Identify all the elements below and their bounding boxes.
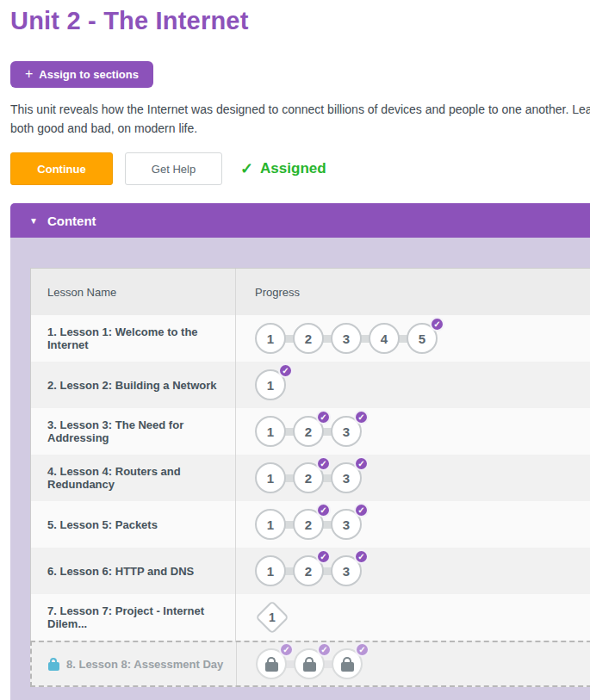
check-icon: ✓ bbox=[317, 642, 332, 657]
get-help-button[interactable]: Get Help bbox=[125, 152, 222, 185]
lesson-row: 5. Lesson 5: Packets12✓3✓ bbox=[31, 501, 590, 548]
lock-icon bbox=[341, 657, 354, 672]
progress-cell: 12✓3✓ bbox=[236, 501, 590, 548]
lesson-name-cell[interactable]: 2. Lesson 2: Building a Network bbox=[31, 362, 236, 408]
progress-cell: 12✓3✓ bbox=[236, 455, 590, 501]
lock-icon bbox=[303, 657, 316, 672]
progress-bubble: 3✓ bbox=[331, 416, 362, 447]
lesson-name-label: 4. Lesson 4: Routers and Redundancy bbox=[47, 465, 228, 491]
check-icon: ✓ bbox=[316, 503, 331, 517]
assign-button-label: Assign to sections bbox=[39, 68, 139, 81]
content-section: ▼ Content Lesson Name Progress 1. Lesson… bbox=[10, 203, 590, 700]
level-number: 3 bbox=[343, 331, 350, 346]
level-bubble[interactable]: 1 bbox=[255, 323, 286, 354]
assigned-label: Assigned bbox=[260, 160, 326, 177]
check-icon: ✓ bbox=[278, 363, 293, 378]
content-section-header[interactable]: ▼ Content bbox=[10, 203, 590, 238]
check-icon: ✓ bbox=[316, 549, 331, 564]
level-number: 1 bbox=[267, 378, 274, 393]
progress-bubble: ✓ bbox=[256, 648, 287, 679]
level-bubble[interactable]: 1 bbox=[255, 509, 286, 540]
lock-icon bbox=[48, 658, 59, 671]
progress-bubble: ✓ bbox=[294, 648, 325, 679]
lock-icon bbox=[265, 657, 278, 672]
progress-bubbles: 12✓3✓ bbox=[255, 509, 362, 540]
check-icon: ✓ bbox=[354, 503, 369, 517]
unit-page: Unit 2 - The Internet + Assign to sectio… bbox=[0, 0, 590, 700]
assign-to-sections-button[interactable]: + Assign to sections bbox=[10, 61, 153, 88]
description-line-2: both good and bad, on modern life. bbox=[10, 120, 590, 139]
lesson-name-cell[interactable]: 3. Lesson 3: The Need for Addressing bbox=[31, 408, 236, 455]
action-row: Continue Get Help ✓ Assigned bbox=[10, 152, 590, 185]
lesson-name-cell[interactable]: 7. Lesson 7: Project - Internet Dilem... bbox=[31, 594, 236, 641]
progress-bubbles: 12✓3✓ bbox=[255, 462, 362, 493]
progress-bubble: 2✓ bbox=[293, 416, 324, 447]
lesson-name-label: 6. Lesson 6: HTTP and DNS bbox=[47, 565, 194, 578]
progress-bubbles: 1✓ bbox=[255, 369, 286, 400]
level-bubble[interactable]: 1 bbox=[255, 555, 286, 586]
table-header-row: Lesson Name Progress bbox=[31, 269, 590, 315]
progress-bubble: 1 bbox=[255, 323, 286, 354]
content-header-label: Content bbox=[47, 214, 96, 228]
level-number: 3 bbox=[343, 564, 350, 579]
progress-bubble: 1 bbox=[255, 600, 289, 635]
level-number: 1 bbox=[267, 424, 274, 439]
check-icon: ✓ bbox=[354, 549, 369, 564]
lesson-row: 2. Lesson 2: Building a Network1✓ bbox=[31, 362, 590, 408]
lesson-name-cell[interactable]: 6. Lesson 6: HTTP and DNS bbox=[31, 548, 236, 594]
progress-bubble: 1 bbox=[255, 416, 286, 447]
level-bubble[interactable]: 3 bbox=[331, 323, 362, 354]
assigned-status: ✓ Assigned bbox=[240, 159, 326, 178]
unit-description: This unit reveals how the Internet was d… bbox=[10, 101, 590, 138]
check-icon: ✓ bbox=[354, 410, 369, 424]
check-icon: ✓ bbox=[430, 317, 444, 331]
lesson-name-label: 8. Lesson 8: Assessment Day bbox=[66, 658, 223, 671]
progress-cell: 12✓3✓ bbox=[236, 408, 590, 455]
lesson-name-cell[interactable]: 8. Lesson 8: Assessment Day bbox=[32, 642, 237, 685]
level-bubble[interactable]: 1 bbox=[255, 416, 286, 447]
level-number: 2 bbox=[305, 471, 312, 486]
level-number: 5 bbox=[419, 331, 425, 346]
progress-cell: 12✓3✓ bbox=[236, 548, 590, 594]
level-number: 2 bbox=[305, 564, 312, 579]
progress-bubble: 3✓ bbox=[331, 462, 362, 493]
lesson-table: Lesson Name Progress 1. Lesson 1: Welcom… bbox=[30, 268, 590, 687]
level-number: 3 bbox=[343, 471, 350, 486]
caret-down-icon: ▼ bbox=[29, 216, 38, 226]
progress-cell: 12345✓ bbox=[236, 315, 590, 362]
level-number: 1 bbox=[267, 517, 274, 532]
progress-bubble: 3✓ bbox=[331, 509, 362, 540]
progress-cell: ✓✓✓ bbox=[237, 642, 590, 685]
check-icon: ✓ bbox=[279, 642, 294, 657]
content-body: Lesson Name Progress 1. Lesson 1: Welcom… bbox=[10, 238, 590, 700]
progress-bubble: 3✓ bbox=[331, 555, 362, 586]
progress-bubble: ✓ bbox=[332, 648, 363, 679]
level-number: 1 bbox=[269, 610, 276, 624]
column-header-progress: Progress bbox=[236, 269, 590, 315]
lesson-name-label: 2. Lesson 2: Building a Network bbox=[47, 379, 216, 392]
progress-bubble: 1 bbox=[255, 555, 286, 586]
level-diamond[interactable]: 1 bbox=[255, 601, 289, 635]
level-number: 1 bbox=[267, 331, 274, 346]
lesson-name-cell[interactable]: 4. Lesson 4: Routers and Redundancy bbox=[31, 455, 236, 501]
plus-icon: + bbox=[25, 66, 33, 82]
progress-bubble: 1✓ bbox=[255, 369, 286, 400]
level-bubble[interactable]: 1 bbox=[255, 462, 286, 493]
lesson-name-label: 7. Lesson 7: Project - Internet Dilem... bbox=[47, 604, 228, 630]
lesson-row: 8. Lesson 8: Assessment Day✓✓✓ bbox=[30, 641, 590, 687]
level-bubble[interactable]: 4 bbox=[369, 323, 400, 354]
level-number: 1 bbox=[267, 564, 274, 579]
level-number: 2 bbox=[305, 517, 312, 532]
continue-button[interactable]: Continue bbox=[10, 152, 113, 185]
progress-bubble: 1 bbox=[255, 462, 286, 493]
lesson-name-label: 3. Lesson 3: The Need for Addressing bbox=[47, 418, 228, 444]
level-number: 1 bbox=[267, 471, 274, 486]
lesson-name-cell[interactable]: 1. Lesson 1: Welcome to the Internet bbox=[31, 315, 236, 362]
level-number: 4 bbox=[381, 331, 388, 346]
progress-bubbles: ✓✓✓ bbox=[256, 648, 363, 679]
progress-bubbles: 12345✓ bbox=[255, 323, 438, 354]
progress-bubbles: 1 bbox=[255, 600, 289, 635]
level-bubble[interactable]: 2 bbox=[293, 323, 324, 354]
lesson-name-cell[interactable]: 5. Lesson 5: Packets bbox=[31, 501, 236, 548]
assigned-check-icon: ✓ bbox=[240, 159, 253, 178]
